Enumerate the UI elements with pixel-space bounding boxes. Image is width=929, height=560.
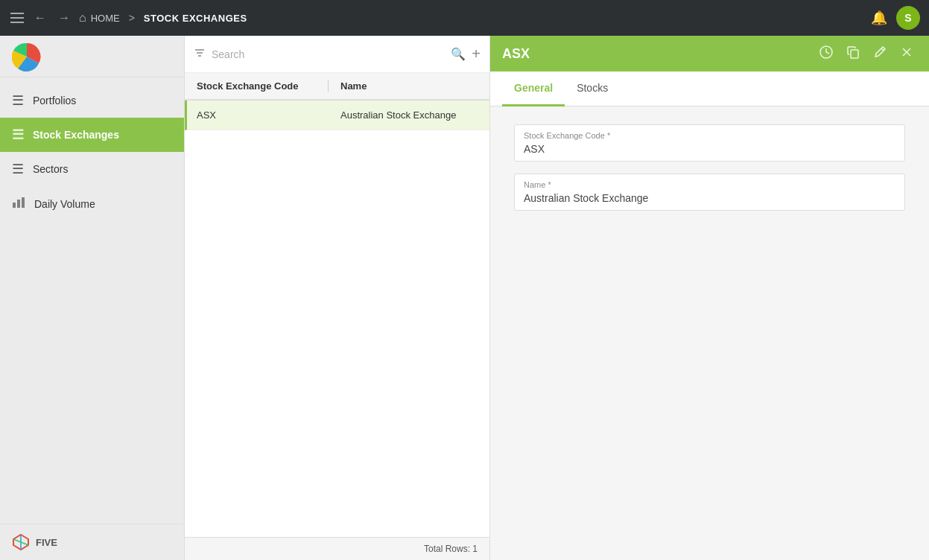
tab-general[interactable]: General — [502, 71, 565, 106]
code-field-label: Stock Exchange Code * — [524, 131, 895, 140]
sidebar-label-daily-volume: Daily Volume — [34, 198, 95, 210]
filter-icon[interactable] — [194, 47, 206, 62]
detail-form: Stock Exchange Code * ASX Name * Austral… — [490, 106, 929, 229]
row-name: Australian Stock Exchange — [340, 109, 478, 121]
svg-rect-11 — [851, 50, 858, 58]
name-field-value: Australian Stock Exchange — [524, 192, 895, 204]
sidebar-logo — [0, 36, 184, 77]
stock-exchange-code-field: Stock Exchange Code * ASX — [514, 124, 905, 162]
table-footer: Total Rows: 1 — [185, 537, 489, 560]
name-field-label: Name * — [524, 180, 895, 189]
col-header-code: Stock Exchange Code — [197, 80, 316, 92]
breadcrumb-label: STOCK EXCHANGES — [144, 13, 247, 24]
search-icon[interactable]: 🔍 — [451, 47, 466, 61]
sidebar-item-sectors[interactable]: ☰ Sectors — [0, 152, 184, 186]
close-icon[interactable] — [896, 42, 917, 66]
hamburger-icon: ☰ — [12, 92, 24, 109]
forward-button[interactable]: → — [55, 8, 73, 28]
svg-rect-3 — [22, 197, 25, 208]
col-divider — [328, 80, 329, 92]
main-layout: ☰ Portfolios ☰ Stock Exchanges ☰ Sectors — [0, 36, 929, 560]
sidebar-item-stock-exchanges[interactable]: ☰ Stock Exchanges — [0, 118, 184, 152]
sidebar: ☰ Portfolios ☰ Stock Exchanges ☰ Sectors — [0, 36, 185, 560]
hamburger-icon-3: ☰ — [12, 161, 24, 177]
sidebar-nav: ☰ Portfolios ☰ Stock Exchanges ☰ Sectors — [0, 77, 184, 524]
code-field-value: ASX — [524, 143, 895, 155]
sidebar-label-sectors: Sectors — [33, 163, 68, 175]
copy-icon[interactable] — [843, 42, 863, 66]
detail-header: ASX — [490, 36, 929, 71]
svg-rect-2 — [17, 200, 20, 208]
home-label: HOME — [91, 13, 120, 24]
user-avatar[interactable]: S — [896, 6, 920, 30]
row-code: ASX — [197, 109, 316, 121]
home-link[interactable]: ⌂ HOME — [79, 11, 120, 25]
svg-line-12 — [881, 48, 884, 51]
edit-icon[interactable] — [869, 42, 890, 66]
list-panel: 🔍 + Stock Exchange Code Name ASX Austral… — [185, 36, 490, 560]
chart-icon — [12, 195, 25, 212]
five-logo-icon — [12, 533, 30, 551]
nav-right: 🔔 S — [871, 6, 920, 30]
notification-bell-icon[interactable]: 🔔 — [871, 10, 887, 26]
detail-tabs: General Stocks — [490, 71, 929, 106]
table-row[interactable]: ASX Australian Stock Exchange — [185, 101, 489, 130]
search-bar: 🔍 + — [185, 36, 489, 73]
table-header: Stock Exchange Code Name — [185, 73, 489, 101]
sidebar-label-stock-exchanges: Stock Exchanges — [33, 129, 119, 141]
hamburger-icon-2: ☰ — [12, 127, 24, 143]
total-rows-label: Total Rows: 1 — [424, 544, 478, 554]
menu-button[interactable] — [9, 11, 25, 25]
name-field: Name * Australian Stock Exchange — [514, 174, 905, 211]
tab-stocks[interactable]: Stocks — [565, 71, 620, 106]
history-icon[interactable] — [816, 42, 837, 66]
search-input[interactable] — [212, 48, 445, 60]
five-brand-label: FIVE — [36, 537, 57, 548]
sidebar-footer: FIVE — [0, 524, 184, 560]
top-nav: ← → ⌂ HOME > STOCK EXCHANGES 🔔 S — [0, 0, 929, 36]
table-body: ASX Australian Stock Exchange — [185, 101, 489, 130]
col-header-name: Name — [340, 80, 478, 92]
sidebar-label-portfolios: Portfolios — [33, 95, 76, 106]
content-area: 🔍 + Stock Exchange Code Name ASX Austral… — [185, 36, 929, 560]
detail-title: ASX — [502, 46, 810, 62]
home-icon: ⌂ — [79, 11, 86, 25]
add-button[interactable]: + — [472, 45, 481, 63]
back-button[interactable]: ← — [31, 8, 49, 28]
sidebar-item-daily-volume[interactable]: Daily Volume — [0, 186, 184, 221]
app-logo-icon — [12, 42, 42, 71]
svg-rect-1 — [13, 203, 16, 208]
detail-panel: ASX — [490, 36, 929, 560]
breadcrumb-separator: > — [129, 12, 135, 24]
sidebar-item-portfolios[interactable]: ☰ Portfolios — [0, 83, 184, 118]
